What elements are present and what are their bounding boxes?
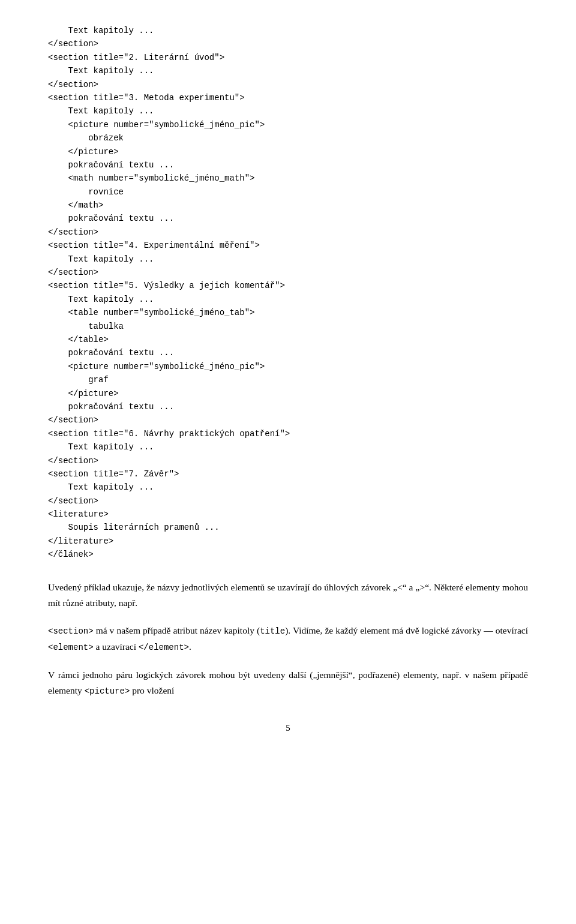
- prose-paragraph-2: <section> má v našem případě atribut náz…: [48, 623, 528, 655]
- prose-paragraph-1: Uvedený příklad ukazuje, že názvy jednot…: [48, 580, 528, 611]
- code-block: Text kapitoly ... </section> <section ti…: [48, 24, 528, 562]
- prose-paragraph-3: V rámci jednoho páru logických závorek m…: [48, 667, 528, 699]
- page-number: 5: [48, 723, 528, 733]
